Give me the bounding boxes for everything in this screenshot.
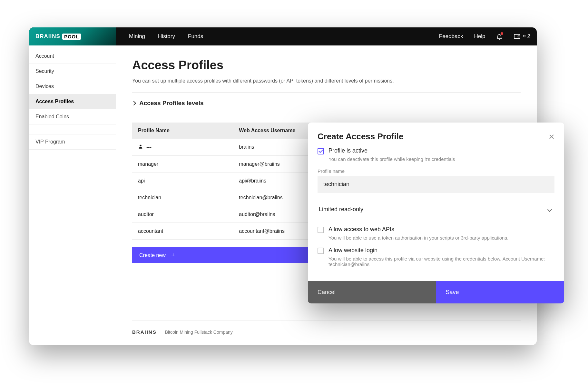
- main-nav: Mining History Funds: [129, 33, 203, 40]
- sidebar-item-account[interactable]: Account: [29, 49, 116, 64]
- cell-profile-name: technician: [132, 189, 233, 206]
- cell-profile-name: manager: [132, 156, 233, 173]
- permission-level-select[interactable]: Limited read-only: [318, 201, 554, 218]
- page-subtitle: You can set up multiple access profiles …: [132, 78, 521, 84]
- brand-name: BRAIINS: [35, 33, 60, 40]
- allow-web-sub: You will be able to access this profile …: [328, 256, 554, 267]
- save-button[interactable]: Save: [436, 281, 564, 303]
- sidebar: Account Security Devices Access Profiles…: [29, 45, 116, 345]
- notifications-button[interactable]: [496, 33, 503, 40]
- footer-logo: BRAIINS: [132, 329, 157, 335]
- modal-title: Create Access Profile: [318, 132, 403, 142]
- cell-profile-name: api: [132, 173, 233, 189]
- plus-icon: +: [172, 252, 175, 259]
- profile-active-label: Profile is active: [328, 147, 368, 154]
- divider: [132, 114, 521, 114]
- sidebar-item-enabled-coins[interactable]: Enabled Coins: [29, 109, 116, 124]
- profile-active-checkbox[interactable]: [318, 148, 324, 154]
- allow-web-label: Allow website login: [328, 247, 377, 254]
- page-title: Access Profiles: [132, 58, 521, 72]
- col-profile-name: Profile Name: [132, 123, 233, 139]
- divider: [132, 92, 521, 93]
- help-link[interactable]: Help: [474, 33, 485, 40]
- access-levels-label: Access Profiles levels: [139, 100, 204, 107]
- footer-tagline: Bitcoin Mining Fullstack Company: [165, 330, 233, 335]
- header-bar: BRAIINS POOL Mining History Funds Feedba…: [29, 27, 537, 45]
- modal-close-button[interactable]: [549, 134, 554, 140]
- profile-active-sub: You can deactivate this profile while ke…: [328, 156, 554, 162]
- user-icon: [138, 144, 143, 149]
- chevron-right-icon: [132, 101, 136, 105]
- create-access-profile-modal: Create Access Profile Profile is active …: [308, 123, 564, 303]
- brand-badge: POOL: [62, 34, 81, 40]
- chevron-down-icon: [547, 207, 552, 212]
- nav-mining[interactable]: Mining: [129, 33, 145, 40]
- close-icon: [549, 134, 554, 140]
- sidebar-item-devices[interactable]: Devices: [29, 79, 116, 94]
- cancel-button[interactable]: Cancel: [308, 281, 436, 303]
- svg-point-2: [140, 145, 141, 146]
- wallet-icon: [514, 34, 521, 39]
- notification-dot: [501, 32, 503, 35]
- sidebar-item-access-profiles[interactable]: Access Profiles: [29, 94, 116, 109]
- allow-web-checkbox[interactable]: [318, 248, 324, 254]
- nav-history[interactable]: History: [158, 33, 175, 40]
- cell-profile-name: ---: [132, 139, 233, 156]
- access-levels-toggle[interactable]: Access Profiles levels: [132, 100, 521, 107]
- cell-profile-name: accountant: [132, 223, 233, 240]
- logo[interactable]: BRAIINS POOL: [29, 27, 116, 45]
- header-right: Feedback Help ≈ 2: [439, 33, 530, 40]
- profile-name-input[interactable]: [318, 176, 554, 193]
- profile-name-label: Profile name: [318, 168, 554, 174]
- allow-api-label: Allow access to web APIs: [328, 226, 394, 233]
- permission-level-value: Limited read-only: [319, 206, 363, 213]
- allow-api-sub: You will be able to use a token authoris…: [328, 235, 554, 241]
- create-new-label: Create new: [139, 252, 166, 258]
- allow-api-checkbox[interactable]: [318, 227, 324, 233]
- feedback-link[interactable]: Feedback: [439, 33, 463, 40]
- svg-rect-1: [518, 36, 520, 37]
- svg-rect-0: [514, 35, 520, 39]
- wallet-approx-text: ≈ 2: [523, 33, 530, 40]
- nav-funds[interactable]: Funds: [188, 33, 203, 40]
- footer: BRAIINS Bitcoin Mining Fullstack Company: [132, 321, 521, 345]
- sidebar-item-vip-program[interactable]: VIP Program: [29, 134, 116, 150]
- sidebar-item-security[interactable]: Security: [29, 64, 116, 79]
- cell-profile-name: auditor: [132, 206, 233, 223]
- wallet-balance[interactable]: ≈ 2: [514, 33, 530, 40]
